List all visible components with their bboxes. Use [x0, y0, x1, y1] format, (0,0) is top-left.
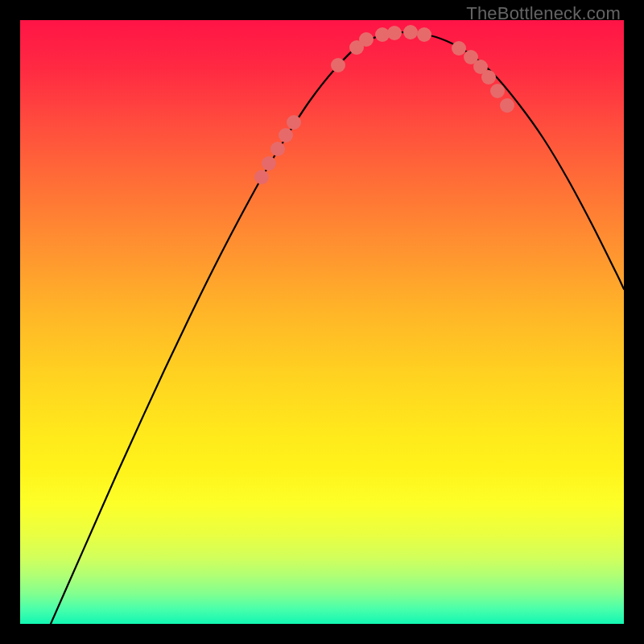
- data-marker: [490, 84, 505, 98]
- data-marker: [254, 170, 269, 184]
- data-marker: [279, 128, 293, 142]
- data-marker: [287, 115, 301, 130]
- data-marker: [403, 25, 418, 39]
- data-marker: [270, 142, 285, 156]
- gradient-background: [20, 20, 624, 624]
- watermark-text: TheBottleneck.com: [466, 3, 621, 24]
- data-marker: [500, 98, 514, 113]
- data-marker: [417, 27, 431, 42]
- chart-canvas: [20, 20, 624, 624]
- data-marker: [481, 70, 496, 85]
- chart-frame: [20, 20, 624, 624]
- data-marker: [387, 26, 402, 40]
- data-marker: [331, 58, 345, 72]
- data-marker: [359, 32, 374, 47]
- data-marker: [452, 41, 466, 56]
- data-marker: [262, 156, 276, 171]
